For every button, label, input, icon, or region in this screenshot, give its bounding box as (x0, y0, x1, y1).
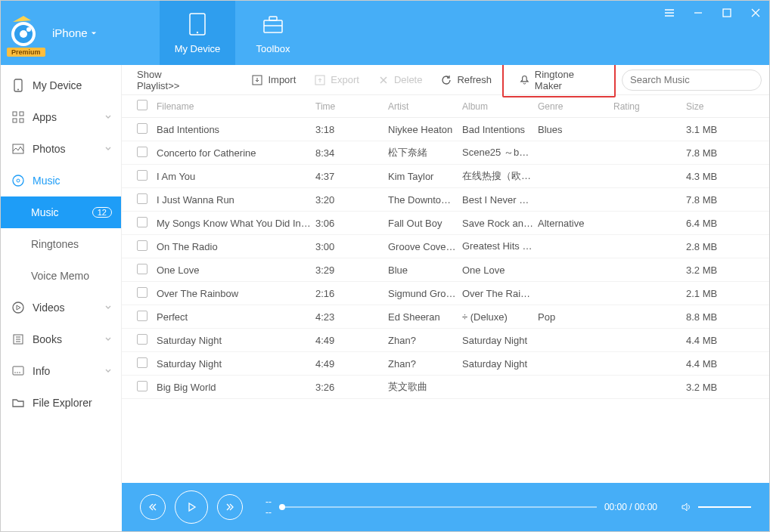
svg-point-25 (14, 372, 16, 373)
maximize-icon[interactable] (721, 7, 733, 19)
cell-filename: I Just Wanna Run (157, 194, 315, 206)
tab-my-device[interactable]: My Device (160, 1, 235, 65)
table-row[interactable]: Big Big World3:26英文歌曲3.2 MB (122, 376, 769, 399)
delete-button: Delete (370, 71, 430, 89)
sidebar-item-photos[interactable]: Photos (1, 133, 121, 165)
progress-bar[interactable] (279, 506, 597, 508)
cell-album: Greatest Hits (精选 (462, 240, 538, 253)
table-row[interactable]: Concerto for Catherine8:34松下奈緒Scene25 ～b… (122, 141, 769, 165)
svg-rect-7 (269, 17, 277, 20)
table-body: Bad Intentions3:18Niykee HeatonBad Inten… (122, 118, 769, 483)
play-button[interactable] (175, 490, 208, 524)
play-icon (185, 501, 197, 513)
table-row[interactable]: I Am You4:37Kim Taylor在线热搜（欧美）4.3 MB (122, 165, 769, 188)
import-button[interactable]: Import (244, 71, 303, 89)
delete-icon (377, 74, 390, 86)
row-checkbox[interactable] (137, 147, 147, 157)
col-rating[interactable]: Rating (613, 101, 686, 112)
sidebar-item-music[interactable]: Music (1, 165, 121, 196)
sidebar-item-videos[interactable]: Videos (1, 292, 121, 323)
main: Show Playlist>> Import Export Delete (122, 65, 769, 483)
col-album[interactable]: Album (462, 101, 538, 112)
svg-rect-24 (13, 367, 23, 375)
search-box[interactable] (622, 70, 762, 91)
brand: Premium iPhone (1, 1, 122, 65)
row-checkbox[interactable] (137, 357, 147, 368)
progress: -- -- 00:00 / 00:00 (265, 497, 657, 517)
tab-label: Toolbox (256, 43, 290, 54)
minimize-icon[interactable] (692, 7, 704, 19)
sidebar-item-apps[interactable]: Apps (1, 101, 121, 133)
row-checkbox[interactable] (137, 193, 147, 204)
device-selector[interactable]: iPhone (52, 26, 97, 39)
row-checkbox[interactable] (137, 334, 147, 345)
menu-icon[interactable] (663, 7, 675, 19)
bell-icon (519, 74, 530, 86)
row-checkbox[interactable] (137, 217, 147, 227)
col-size[interactable]: Size (686, 101, 731, 112)
col-time[interactable]: Time (315, 101, 388, 112)
cell-artist: Ed Sheeran (388, 311, 462, 323)
select-all-checkbox[interactable] (137, 100, 147, 110)
show-playlist-button[interactable]: Show Playlist>> (129, 66, 210, 94)
table-row[interactable]: My Songs Know What You Did In th...3:06F… (122, 212, 769, 235)
sidebar-sub-ringtones[interactable]: Ringtones (1, 228, 121, 260)
volume-icon[interactable] (680, 501, 692, 513)
export-icon (314, 74, 326, 86)
volume-bar[interactable] (698, 506, 751, 508)
sidebar-item-books[interactable]: Books (1, 323, 121, 355)
cell-album: Over The Rainbow (462, 288, 538, 299)
videos-icon (11, 301, 25, 314)
svg-rect-14 (13, 119, 17, 122)
table-row[interactable]: Perfect4:23Ed Sheeran÷ (Deluxe)Pop8.8 MB (122, 305, 769, 329)
row-checkbox[interactable] (137, 311, 147, 321)
sidebar-sub-music[interactable]: Music 12 (1, 196, 121, 228)
cell-album: ÷ (Deluxe) (462, 311, 538, 323)
sidebar-item-file-explorer[interactable]: File Explorer (1, 387, 121, 419)
col-artist[interactable]: Artist (388, 101, 462, 112)
cell-size: 7.8 MB (686, 194, 731, 206)
table-row[interactable]: On The Radio3:00Groove CoverageGreatest … (122, 235, 769, 258)
table-row[interactable]: Saturday Night4:49Zhan?Saturday Night4.4… (122, 352, 769, 376)
sidebar-item-label: Music (33, 175, 61, 187)
progress-knob[interactable] (279, 504, 285, 510)
svg-rect-9 (723, 9, 731, 17)
cell-size: 6.4 MB (686, 218, 731, 229)
row-checkbox[interactable] (137, 240, 147, 251)
table-row[interactable]: One Love3:29BlueOne Love3.2 MB (122, 258, 769, 282)
refresh-button[interactable]: Refresh (433, 71, 499, 89)
svg-point-5 (197, 32, 198, 33)
table-row[interactable]: Bad Intentions3:18Niykee HeatonBad Inten… (122, 118, 769, 141)
table-row[interactable]: Saturday Night4:49Zhan?Saturday Night4.4… (122, 329, 769, 352)
sidebar-item-info[interactable]: Info (1, 355, 121, 387)
close-icon[interactable] (750, 7, 762, 19)
cell-filename: Saturday Night (157, 335, 315, 346)
sidebar-sub-voice-memo[interactable]: Voice Memo (1, 260, 121, 292)
table-row[interactable]: Over The Rainbow2:16Sigmund GrovenOver T… (122, 282, 769, 305)
prev-button[interactable] (140, 494, 166, 520)
row-checkbox[interactable] (137, 287, 147, 298)
row-checkbox[interactable] (137, 123, 147, 134)
next-button[interactable] (217, 494, 243, 520)
row-checkbox[interactable] (137, 381, 147, 391)
table-header: Filename Time Artist Album Genre Rating … (122, 95, 769, 118)
table-row[interactable]: I Just Wanna Run3:20The Downtown FicBest… (122, 188, 769, 212)
cell-filename: Bad Intentions (157, 124, 315, 135)
track-title: -- (265, 497, 272, 506)
button-label: Ringtone Maker (535, 69, 599, 91)
chevron-down-icon (104, 113, 112, 121)
tab-toolbox[interactable]: Toolbox (235, 1, 311, 65)
row-checkbox[interactable] (137, 264, 147, 274)
row-checkbox[interactable] (137, 170, 147, 181)
sidebar-item-label: Voice Memo (31, 270, 89, 282)
cell-genre: Pop (538, 311, 613, 323)
col-filename[interactable]: Filename (157, 101, 315, 112)
sidebar-item-my-device[interactable]: My Device (1, 70, 121, 101)
next-icon (225, 502, 235, 512)
col-genre[interactable]: Genre (538, 101, 613, 112)
search-input[interactable] (630, 74, 757, 85)
toolbox-icon (260, 11, 286, 37)
cell-time: 3:26 (315, 382, 388, 393)
ringtone-maker-button[interactable]: Ringtone Maker (502, 63, 616, 97)
cell-artist: Blue (388, 264, 462, 276)
